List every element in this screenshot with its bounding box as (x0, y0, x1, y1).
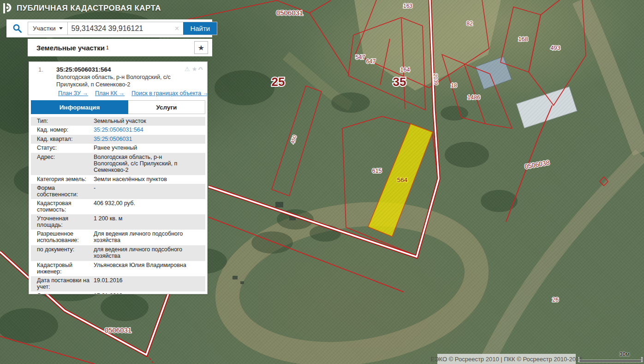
tab-information[interactable]: Информация (31, 100, 128, 114)
parcel-label: 164 (400, 67, 410, 73)
info-row: Форма собственности:- (31, 184, 205, 199)
tab-bar: Информация Услуги (31, 100, 205, 114)
star-icon: ★ (198, 43, 204, 52)
quarter-label: 0506038 (524, 158, 550, 170)
parcel-label: 2039 (433, 73, 439, 85)
info-label: Уточненная площадь: (31, 215, 94, 228)
block-label: 25 (272, 75, 285, 89)
quarter-label: 0506031 (276, 9, 303, 17)
scale-tick-right (641, 357, 643, 362)
parcel-label: 168 (518, 36, 528, 42)
info-row: Кад. номер:35:25:0506031:564 (31, 126, 205, 134)
info-row: Адрес:Вологодская область, р-н Вологодск… (31, 153, 205, 175)
scale-label: 30м (620, 351, 630, 358)
info-label: Кадастровый инженер: (31, 262, 94, 275)
info-row: Кад. квартал:35:25:0506031 (31, 135, 205, 144)
info-value: Вологодская область, р-н Вологодский, с/… (94, 154, 205, 174)
warning-icon[interactable]: ⚠ (185, 66, 190, 73)
results-title: Земельные участки (36, 44, 105, 52)
info-value: Земельный участок (94, 118, 205, 124)
search-category-label: Участки (33, 25, 56, 32)
quarter-label: 0506031 (105, 326, 131, 334)
info-row: Тип:Земельный участок (31, 117, 205, 126)
info-row: Дата постановки на учет:19.01.2016 (31, 276, 205, 291)
info-label: Форма собственности: (31, 185, 94, 198)
map-buildings (233, 57, 577, 284)
scale-bar: 30м (578, 352, 643, 363)
info-row: Разрешенное использование:Для ведения ли… (31, 230, 205, 245)
info-row: Статус:Ранее учтенный (31, 144, 205, 152)
info-table: Тип:Земельный участокКад. номер:35:25:05… (31, 117, 205, 294)
parcel-label: 615 (372, 168, 382, 174)
scale-line (578, 360, 643, 362)
parcel-label: 18 (451, 82, 457, 89)
plan-kk-link[interactable]: План КК → (95, 90, 125, 97)
info-value: 19.01.2016 (94, 277, 205, 290)
results-count: 1 (106, 45, 109, 50)
info-row: Категория земель:Земли населённых пункто… (31, 175, 205, 184)
parcel-label: 26 (552, 297, 559, 303)
search-in-bounds-link[interactable]: Поиск в границах объекта → (131, 90, 208, 97)
search-button[interactable]: Найти (183, 22, 217, 35)
info-label: по документу: (31, 246, 94, 260)
search-icon[interactable] (12, 24, 22, 33)
info-value-link[interactable]: 35:25:0506031:564 (94, 127, 205, 133)
info-label: Тип: (31, 118, 94, 124)
info-value: для ведения личного подсобного хозяйства (94, 246, 205, 260)
result-head: 1. 35:25:0506031:564 ⚠ ★ ^ Вологодская о… (29, 62, 207, 97)
parcel-label: 450 (290, 134, 298, 144)
info-label: Адрес: (31, 154, 94, 174)
result-index: 1. (38, 66, 43, 73)
chevron-down-icon (59, 27, 63, 30)
search-input[interactable] (68, 22, 171, 35)
info-value: - (94, 185, 205, 198)
info-value: Земли населённых пунктов (94, 176, 205, 182)
info-label: Категория земель: (31, 176, 94, 182)
info-label: Кадастровая стоимость: (31, 200, 94, 213)
search-bar: Участки × Найти (6, 19, 212, 37)
info-value-link[interactable]: 35:25:0506031 (94, 136, 205, 142)
info-value: 406 932,00 руб. (94, 200, 205, 213)
block-label: 35 (393, 75, 406, 89)
info-label: Дата постановки на учет: (31, 277, 94, 290)
info-label: Разрешенное использование: (31, 231, 94, 244)
clear-search-icon[interactable]: × (171, 22, 184, 35)
selected-parcel-label: 564 (397, 176, 408, 183)
info-value: Ранее учтенный (94, 145, 205, 151)
results-header: Земельные участки 1 ★ (28, 39, 212, 56)
info-row: по документу:для ведения личного подсобн… (31, 245, 205, 261)
info-value: 17.01.2019 (94, 292, 205, 295)
app-title: ПУБЛИЧНАЯ КАДАСТРОВАЯ КАРТА (17, 4, 161, 13)
cadastral-number: 35:25:0506031:564 (56, 66, 203, 73)
info-row: Уточненная площадь:1 200 кв. м (31, 214, 205, 230)
parcel-label: 547 (356, 54, 365, 61)
star-icon[interactable]: ★ (192, 66, 197, 73)
parcel-card: 1. 35:25:0506031:564 ⚠ ★ ^ Вологодская о… (29, 61, 208, 294)
info-label: Статус: (31, 145, 94, 151)
search-category-dropdown[interactable]: Участки (28, 22, 68, 35)
collapse-icon[interactable]: ^ (198, 66, 203, 73)
parcel-label: 82 (466, 20, 473, 27)
info-value: Для ведения личного подсобного хозяйства (94, 231, 205, 244)
map-attribution: ЕЭКО © Росреестр 2010 | ПКК © Росреестр … (437, 354, 576, 364)
plan-zu-link[interactable]: План ЗУ → (58, 90, 88, 97)
info-label: Кад. номер: (31, 127, 94, 133)
app-header: ПУБЛИЧНАЯ КАДАСТРОВАЯ КАРТА (3, 2, 161, 14)
parcel-label: 493 (550, 44, 561, 51)
info-value: Ульяновская Юлия Владимировна (94, 262, 205, 275)
favorite-button[interactable]: ★ (194, 41, 208, 54)
parcel-label: 163 (403, 3, 412, 9)
info-label: Дата изменения сведений в ГКН: (31, 292, 94, 295)
map-fields (218, 0, 641, 364)
info-row: Дата изменения сведений в ГКН:17.01.2019 (31, 291, 205, 295)
parcel-label: 647 (366, 58, 376, 65)
tab-services[interactable]: Услуги (128, 100, 205, 114)
scale-tick-left (578, 357, 579, 362)
highlighted-parcel-564[interactable] (368, 124, 433, 237)
parcel-label: 1486 (467, 94, 480, 101)
parcel-address: Вологодская область, р-н Вологодский, с/… (56, 73, 185, 88)
search-group: Участки × Найти (28, 22, 217, 35)
info-row: Кадастровый инженер:Ульяновская Юлия Вла… (31, 261, 205, 276)
info-value: 1 200 кв. м (94, 215, 205, 228)
info-row: Кадастровая стоимость:406 932,00 руб. (31, 199, 205, 214)
